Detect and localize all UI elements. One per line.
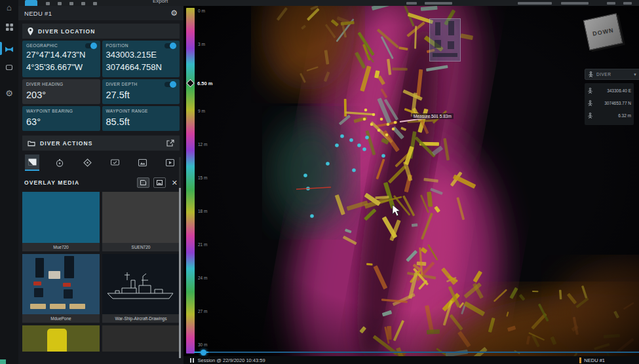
media-caption: MduePone xyxy=(22,314,100,323)
tab-waypoint-target[interactable] xyxy=(80,155,94,170)
nav-rail: ⌂ ⚙ xyxy=(0,0,18,364)
geographic-lat: 27°47'14.473"N xyxy=(26,49,96,62)
target-info-panel: 343306.40 E 3074653.77 N 6.32 m xyxy=(585,83,634,125)
diver-figure-icon xyxy=(587,113,593,118)
tool-icon[interactable] xyxy=(93,2,97,5)
position-northing: 3074664.758N xyxy=(106,62,176,74)
mouse-cursor xyxy=(392,204,401,217)
panel-title: NEDU #1 xyxy=(24,10,52,17)
diver-location-cards: GEOGRAPHIC 27°47'14.473"N 4°35'36.667"W … xyxy=(22,41,180,131)
diver-heading-value: 203° xyxy=(26,88,96,103)
tool-icon[interactable] xyxy=(69,2,73,5)
diver-heading-card: DIVER HEADING 203° xyxy=(22,79,100,104)
toolbar-item[interactable] xyxy=(623,2,632,5)
media-item[interactable] xyxy=(102,325,180,352)
warship-drawing xyxy=(102,254,178,314)
settings-gear-icon[interactable]: ⚙ xyxy=(0,86,18,100)
session-label: Session @ 22/9/2020 10:43:59 xyxy=(198,357,265,363)
target-selector-dropdown[interactable]: DIVER ▼ xyxy=(585,69,639,80)
depth-tick: 0 m xyxy=(198,9,205,13)
diver-depth-toggle[interactable] xyxy=(165,82,176,87)
home-icon[interactable]: ⌂ xyxy=(0,0,18,14)
orientation-cube-label: DOWN xyxy=(592,27,614,37)
depth-tick: 12 m xyxy=(198,142,207,147)
sonar-3d-viewport[interactable]: Measure 501 5.83m 0 m 3 m 9 m 12 m 15 m … xyxy=(184,6,639,364)
wreck-pointcloud xyxy=(184,6,639,364)
target-easting: 343306.40 E xyxy=(607,88,631,93)
tab-images[interactable] xyxy=(135,155,149,170)
add-media-button[interactable] xyxy=(153,177,166,188)
overlay-media-grid: Mue720 SUEN720 Mdue xyxy=(22,192,180,352)
tab-media-overlay[interactable] xyxy=(25,155,39,171)
waypoint-range-label: WAYPOINT RANGE xyxy=(106,109,148,113)
tab-video[interactable] xyxy=(163,155,177,170)
scene-media-ghost[interactable] xyxy=(429,18,461,62)
export-button[interactable]: Export xyxy=(153,0,168,6)
corner-sliver xyxy=(0,359,6,364)
media-thumbnail-poster[interactable] xyxy=(22,254,100,314)
unit-label: NEDU #1 xyxy=(584,357,605,363)
overlay-media-label: OVERLAY MEDIA xyxy=(24,179,79,186)
diver-figure-icon xyxy=(587,88,593,94)
diver-view-icon[interactable] xyxy=(0,42,18,56)
toolbar-item[interactable] xyxy=(561,2,589,5)
diver-actions-section[interactable]: DIVER ACTIONS xyxy=(22,136,180,151)
diver-depth-card: DIVER DEPTH 27.5ft xyxy=(102,79,180,104)
chevron-down-icon: ▼ xyxy=(633,73,637,77)
position-easting: 343003.215E xyxy=(106,49,176,62)
toolbar-item[interactable] xyxy=(425,2,452,5)
close-icon[interactable]: ✕ xyxy=(172,179,178,187)
depth-tick: 9 m xyxy=(198,109,205,113)
diver-depth-label: DIVER DEPTH xyxy=(106,82,138,86)
measure-label: Measure 501 5.83m xyxy=(412,113,454,119)
popout-icon[interactable] xyxy=(166,139,174,147)
tab-compass[interactable] xyxy=(52,155,67,170)
depth-tick: 3 m xyxy=(198,42,205,46)
waypoint-bearing-card: WAYPOINT BEARING 63° xyxy=(22,106,100,131)
timeline-playhead[interactable] xyxy=(201,350,206,355)
missions-icon[interactable] xyxy=(0,60,18,75)
target-info-row: 343306.40 E xyxy=(587,84,631,97)
panel-header: NEDU #1 ⚙ xyxy=(18,6,184,20)
pause-icon[interactable] xyxy=(190,358,194,363)
media-caption: Mue720 xyxy=(22,243,100,251)
tool-icon[interactable] xyxy=(58,2,62,5)
toolbar-item[interactable] xyxy=(406,2,417,5)
diver-depth-marker-label: 6.50 m xyxy=(197,81,212,86)
media-item[interactable] xyxy=(22,325,100,352)
diver-figure-icon xyxy=(587,100,593,106)
panel-scrollbar-thumb[interactable] xyxy=(179,188,181,358)
apps-grid-icon[interactable] xyxy=(0,20,18,34)
waypoint-bearing-value: 63° xyxy=(26,115,96,130)
media-thumbnail-warship[interactable] xyxy=(102,254,180,314)
target-info-row: 6.32 m xyxy=(587,109,631,122)
top-toolbar: Export xyxy=(0,0,639,6)
media-item[interactable]: SUEN720 xyxy=(102,192,180,251)
timeline-info-bar: Session @ 22/9/2020 10:43:59 NEDU #1 xyxy=(184,356,639,364)
media-thumbnail-dark[interactable] xyxy=(102,325,180,352)
media-thumbnail-blue[interactable] xyxy=(22,192,100,243)
media-item[interactable]: War-Ship-Aircraft-Drawings xyxy=(102,254,180,323)
media-item[interactable]: Mue720 xyxy=(22,192,100,251)
depth-tick: 21 m xyxy=(198,242,207,247)
media-thumbnail-cylinder[interactable] xyxy=(22,325,100,352)
tab-notes[interactable] xyxy=(107,155,122,170)
folder-icon xyxy=(28,140,35,147)
diver-actions-label: DIVER ACTIONS xyxy=(40,140,93,147)
save-media-button[interactable] xyxy=(137,177,149,188)
media-thumbnail-gray[interactable] xyxy=(102,192,180,243)
panel-settings-gear-icon[interactable]: ⚙ xyxy=(170,9,178,17)
diver-location-label: DIVER LOCATION xyxy=(38,28,96,35)
media-item[interactable]: MduePone xyxy=(22,254,100,323)
diver-panel: NEDU #1 ⚙ DIVER LOCATION GEOGRAPHIC 27°4… xyxy=(18,6,184,364)
toolbar-item[interactable] xyxy=(518,2,552,5)
timeline-track[interactable] xyxy=(194,352,639,353)
geographic-toggle[interactable] xyxy=(85,43,96,48)
tool-icon[interactable] xyxy=(81,2,85,5)
toolbar-item[interactable] xyxy=(607,2,615,5)
location-pin-icon xyxy=(28,27,33,35)
active-tool-tab[interactable] xyxy=(25,0,37,6)
diver-location-section[interactable]: DIVER LOCATION xyxy=(22,24,180,39)
tool-icon[interactable] xyxy=(46,2,50,5)
position-toggle[interactable] xyxy=(165,43,176,48)
